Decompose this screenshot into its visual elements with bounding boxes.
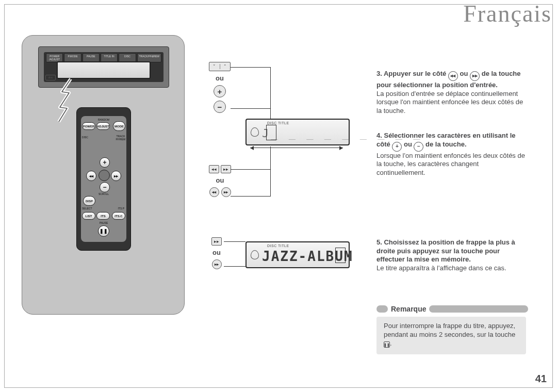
step-5: 5. Choisissez la position de frappe la p… <box>376 238 526 273</box>
remote-list-button[interactable]: LIST <box>82 212 95 220</box>
dpad-up-plus[interactable]: + <box>100 157 110 168</box>
note-text-b: . <box>390 339 392 347</box>
plus-icon: + <box>392 142 402 152</box>
range-arrow <box>250 148 343 148</box>
lcd1-disc-title-label: DISC TITLE <box>267 121 289 125</box>
leader-2a <box>231 169 271 170</box>
rew-icon: ◂◂ <box>448 71 458 81</box>
ou-label-1: ou <box>216 74 224 82</box>
minus-icon: − <box>414 142 423 152</box>
hu-screen <box>57 61 151 79</box>
remote-disp-button[interactable]: DISP <box>83 196 95 206</box>
cursor-box-2 <box>335 248 346 263</box>
step3-body: La position d'entrée se déplace conti­nu… <box>376 90 523 115</box>
leader-2v <box>270 146 271 197</box>
ff-button-small[interactable]: ▸▸ <box>221 165 231 173</box>
rew-button-circle[interactable]: ◂◂ <box>209 187 219 197</box>
rocker-down-up[interactable]: ˅ ˄ <box>209 62 231 71</box>
leader-3b <box>224 266 245 267</box>
ff-button-circle-2[interactable]: ▸▸ <box>212 259 222 269</box>
rew-button-small[interactable]: ◂◂ <box>209 165 219 173</box>
pause-square-icon: ❚❚ <box>384 341 390 348</box>
ou-label-3: ou <box>212 249 221 256</box>
step5-body: Le titre apparaîtra à l'affichage dans c… <box>376 264 506 272</box>
lcd-display-1: DISC TITLE J_ _ _ _ _ _ _ _ _ <box>245 119 350 145</box>
dpad: + − ◂◂ ▸▸ <box>88 159 119 190</box>
plus-button[interactable]: + <box>214 85 226 97</box>
ff-button-circle[interactable]: ▸▸ <box>221 187 231 197</box>
remote-control: RANDOM POWER ADJUST MODE DISC TRACK FF/R… <box>76 107 131 251</box>
note-text-a: Pour interrompre la frappe du titre, app… <box>384 322 515 338</box>
signal-icon <box>57 77 72 124</box>
button-set-3: ▸▸ ou ▸▸ <box>211 237 222 269</box>
label-scroll: SCROLL <box>81 192 126 195</box>
remarque-header: Remarque <box>376 304 528 314</box>
ff-icon: ▸▸ <box>470 71 480 81</box>
step-3: 3. Appuyer sur le côté ◂◂ ou ▸▸ de la to… <box>376 70 526 115</box>
ff-button-small-2[interactable]: ▸▸ <box>211 237 222 246</box>
lcd-display-2: DISC TITLE JAZZ-ALBUM <box>245 241 350 268</box>
leader-1b <box>231 108 271 109</box>
dpad-left-rew[interactable]: ◂◂ <box>86 171 96 181</box>
note-box: Pour interrompre la frappe du titre, app… <box>376 317 526 354</box>
dpad-center[interactable] <box>99 170 110 181</box>
remote-pause-button[interactable]: ❚❚ <box>98 225 109 237</box>
leader-3a <box>224 241 245 242</box>
remote-adjust-button[interactable]: ADJUST <box>96 122 110 130</box>
dpad-down-minus[interactable]: − <box>100 182 110 192</box>
remote-power-button[interactable]: POWER <box>82 122 95 130</box>
label-disc: DISC <box>80 136 90 139</box>
leader-1 <box>231 67 271 68</box>
remote-its-button[interactable]: ITS <box>96 212 110 220</box>
disc-icon-2 <box>251 250 259 259</box>
language-header: Français <box>463 0 552 27</box>
remote-itsc-button[interactable]: ITS.C <box>112 212 125 220</box>
button-set-2: ◂◂ ▸▸ ou ◂◂ ▸▸ <box>209 165 231 197</box>
cd-logo-icon: disc <box>45 75 56 80</box>
dpad-right-ff[interactable]: ▸▸ <box>111 171 121 181</box>
step-4: 4. Sélectionner les caractères en uti­li… <box>376 132 526 177</box>
ou-label-2: ou <box>216 176 224 184</box>
remote-mode-button[interactable]: MODE <box>113 121 125 131</box>
cursor-box <box>266 125 276 140</box>
disc-icon <box>251 127 259 137</box>
step4-body: Lorsque l'on maintient enfoncés les deux… <box>376 152 525 176</box>
leader-1v <box>270 67 271 119</box>
label-track: TRACK FF/REW <box>114 135 127 141</box>
minus-button[interactable]: − <box>214 101 226 113</box>
remarque-label: Remarque <box>391 305 426 313</box>
label-itsp: ITS.P <box>118 207 124 210</box>
label-pause: PAUSE <box>81 221 126 224</box>
lcd2-disc-title-label: DISC TITLE <box>267 244 289 248</box>
label-select: SELECT <box>82 207 92 210</box>
page-number: 41 <box>535 373 547 385</box>
button-set-1: ˅ ˄ ou + − <box>209 62 231 113</box>
leader-2b <box>231 196 271 197</box>
